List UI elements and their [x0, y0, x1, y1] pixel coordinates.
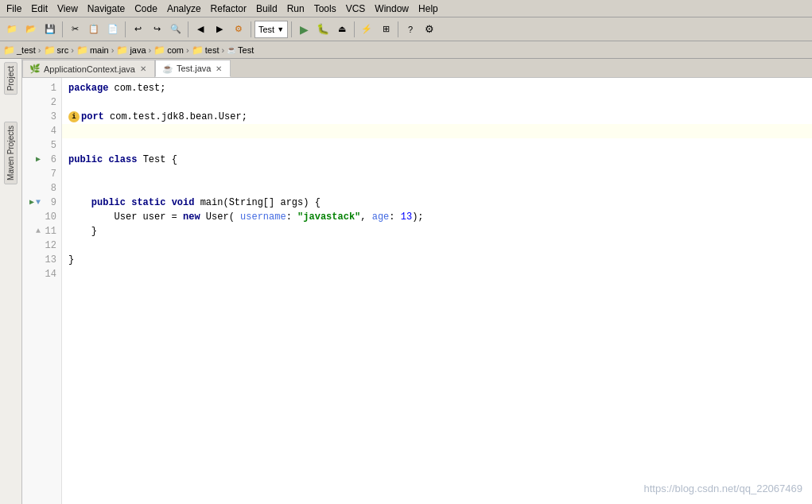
toolbar-undo[interactable]: ↩: [129, 21, 146, 38]
kw-public-6: public: [68, 153, 103, 167]
toolbar-sep-6: [354, 21, 355, 37]
toolbar-new-project[interactable]: 📁: [3, 21, 21, 38]
param-username: username: [240, 210, 286, 224]
kw-package: package: [68, 81, 108, 95]
kw-new: new: [183, 210, 200, 224]
kw-void: void: [172, 196, 195, 210]
kw-class: class: [108, 153, 137, 167]
settings-button[interactable]: ⚙: [421, 21, 438, 38]
menu-build[interactable]: Build: [251, 2, 282, 16]
toolbar-save[interactable]: 💾: [41, 21, 59, 38]
line-num-1: 1: [22, 81, 61, 95]
menu-refactor[interactable]: Refactor: [206, 2, 251, 16]
toolbar-sep-2: [125, 21, 126, 37]
breadcrumb: 📁 _test › 📁 src › 📁 main › 📁 java › 📁 co…: [0, 41, 812, 59]
toolbar-back[interactable]: ◀: [192, 21, 209, 38]
code-editor: 1 2 3 4 5 ▶ 6: [22, 78, 812, 504]
kw-public-9: public: [68, 196, 126, 210]
help-button[interactable]: ?: [402, 21, 419, 38]
toolbar-sep-7: [398, 21, 398, 37]
toolbar-forward[interactable]: ▶: [211, 21, 228, 38]
breadcrumb-sep6: ›: [221, 45, 224, 55]
code-line-1: package com.test;: [62, 81, 812, 95]
toolbar-sep-4: [251, 21, 251, 37]
toolbar-sep-1: [62, 21, 63, 37]
breadcrumb-class[interactable]: ☕ Test: [227, 45, 254, 55]
line-num-8: 8: [22, 181, 61, 196]
menu-analyze[interactable]: Analyze: [162, 2, 206, 16]
menu-file[interactable]: File: [2, 2, 26, 16]
kw-port: port: [81, 110, 104, 124]
menu-help[interactable]: Help: [414, 2, 443, 16]
breadcrumb-main[interactable]: 📁 main: [76, 45, 109, 56]
tab-applicationcontext[interactable]: 🌿 ApplicationContext.java ✕: [22, 60, 155, 77]
sdk-button[interactable]: ⚡: [358, 21, 375, 38]
toolbar-redo[interactable]: ↪: [148, 21, 165, 38]
line-num-3: 3: [22, 110, 61, 124]
toolbar-find[interactable]: 🔍: [167, 21, 185, 38]
sidebar-tab-project[interactable]: Project: [4, 62, 17, 95]
code-content[interactable]: package com.test; iport com.test.jdk8.be…: [62, 78, 812, 504]
toolbar: 📁 📂 💾 ✂ 📋 📄 ↩ ↪ 🔍 ◀ ▶ ⚙ Test ▼ ▶ 🐛 ⏏ ⚡ ⊞…: [0, 17, 812, 41]
editor-area: 🌿 ApplicationContext.java ✕ ☕ Test.java …: [22, 59, 812, 504]
breadcrumb-src[interactable]: 📁 src: [44, 45, 69, 56]
breadcrumb-root[interactable]: 📁 _test: [3, 45, 36, 56]
folder-icon: 📁: [3, 45, 15, 56]
tab-testjava[interactable]: ☕ Test.java ✕: [155, 60, 231, 77]
breadcrumb-com[interactable]: 📁 com: [153, 45, 184, 56]
menu-navigate[interactable]: Navigate: [83, 2, 130, 16]
code-line-6: public class Test {: [62, 153, 812, 167]
kw-static: static: [131, 196, 165, 210]
toolbar-build2[interactable]: ⚙: [230, 21, 247, 38]
line-num-12: 12: [22, 238, 61, 253]
close-icon-applicationcontext[interactable]: ✕: [138, 64, 148, 73]
menu-bar: File Edit View Navigate Code Analyze Ref…: [0, 0, 812, 17]
run-gutter-6[interactable]: ▶: [36, 153, 41, 167]
structure-button[interactable]: ⊞: [377, 21, 394, 38]
code-line-5: [62, 138, 812, 153]
fold-gutter-11[interactable]: ▲: [36, 224, 41, 238]
tab-label-applicationcontext: ApplicationContext.java: [44, 64, 135, 74]
line-num-6: ▶ 6: [22, 153, 61, 167]
code-line-8: [62, 181, 812, 196]
run-button[interactable]: ▶: [295, 21, 313, 38]
menu-run[interactable]: Run: [282, 2, 309, 16]
chevron-down-icon: ▼: [277, 25, 284, 33]
line-num-5: 5: [22, 138, 61, 153]
tab-label-testjava: Test.java: [177, 64, 211, 73]
main-area: Project Maven Projects 🌿 ApplicationCont…: [0, 59, 812, 504]
breadcrumb-test[interactable]: 📁 test: [192, 45, 220, 56]
line-numbers: 1 2 3 4 5 ▶ 6: [22, 78, 62, 504]
menu-window[interactable]: Window: [370, 2, 414, 16]
menu-code[interactable]: Code: [130, 2, 162, 16]
line-num-9: ▶ ▼ 9: [22, 196, 61, 210]
debug-button[interactable]: 🐛: [314, 21, 332, 38]
fold-gutter-9[interactable]: ▼: [36, 196, 41, 210]
run-config-dropdown[interactable]: Test ▼: [254, 21, 288, 38]
breadcrumb-sep: ›: [38, 45, 41, 55]
toolbar-paste[interactable]: 📄: [104, 21, 122, 38]
tab-bar: 🌿 ApplicationContext.java ✕ ☕ Test.java …: [22, 59, 812, 78]
breadcrumb-sep3: ›: [111, 45, 115, 55]
code-line-3: iport com.test.jdk8.bean.User;: [62, 110, 812, 124]
toolbar-copy[interactable]: 📋: [85, 21, 103, 38]
run-gutter-9[interactable]: ▶: [29, 196, 34, 210]
toolbar-cut[interactable]: ✂: [66, 21, 84, 38]
line-num-13: 13: [22, 253, 61, 267]
coverage-button[interactable]: ⏏: [333, 21, 351, 38]
close-icon-testjava[interactable]: ✕: [214, 64, 223, 73]
menu-view[interactable]: View: [52, 2, 83, 16]
toolbar-open[interactable]: 📂: [22, 21, 40, 38]
breadcrumb-java[interactable]: 📁 java: [116, 45, 146, 56]
line-num-4: 4: [22, 124, 61, 138]
folder-icon-2: 📁: [44, 45, 56, 56]
line-num-14: 14: [22, 267, 61, 281]
menu-vcs[interactable]: VCS: [341, 2, 371, 16]
code-line-10: User user = new User( username: "javasta…: [62, 210, 812, 224]
line-num-7: 7: [22, 167, 61, 181]
folder-icon-4: 📁: [116, 45, 128, 56]
sidebar-tab-maven[interactable]: Maven Projects: [4, 122, 17, 184]
sidebar: Project Maven Projects: [0, 59, 22, 504]
menu-tools[interactable]: Tools: [309, 2, 341, 16]
menu-edit[interactable]: Edit: [26, 2, 52, 16]
